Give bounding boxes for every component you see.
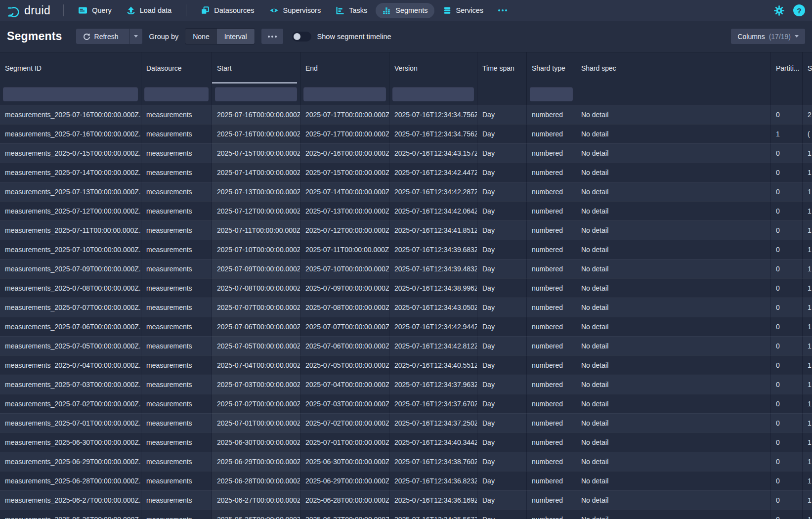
gear-icon[interactable] xyxy=(774,5,784,16)
cell-shard-type: numbered xyxy=(527,201,576,220)
columns-button[interactable]: Columns (17/19) xyxy=(731,29,805,44)
cell-segment-id: measurements_2025-07-16T00:00:00.000Z... xyxy=(0,105,141,124)
table-row[interactable]: measurements_2025-07-08T00:00:00.000Z...… xyxy=(0,278,812,298)
nav-item-datasources[interactable]: Datasources xyxy=(194,2,260,18)
cell-time-span: Day xyxy=(477,452,527,471)
more-options-button[interactable] xyxy=(261,29,283,44)
cell-version: 2025-07-16T12:34:43.050Z xyxy=(389,298,477,317)
cell-datasource: measurements xyxy=(141,163,212,182)
table-row[interactable]: measurements_2025-07-03T00:00:00.000Z...… xyxy=(0,375,812,394)
refresh-button[interactable]: Refresh xyxy=(76,29,125,44)
table-row[interactable]: measurements_2025-07-16T00:00:00.000Z...… xyxy=(0,105,812,124)
nav-item-load-data[interactable]: Load data xyxy=(120,2,178,18)
table-row[interactable]: measurements_2025-06-29T00:00:00.000Z...… xyxy=(0,452,812,471)
cell-time-span: Day xyxy=(477,220,527,240)
column-header-version[interactable]: Version xyxy=(389,52,477,84)
table-row[interactable]: measurements_2025-07-15T00:00:00.000Z...… xyxy=(0,143,812,163)
segment-timeline-toggle[interactable]: Show segment timeline xyxy=(292,32,391,42)
cell-start: 2025-07-01T00:00:00.000Z xyxy=(212,413,300,432)
filter-shard-type-input[interactable] xyxy=(530,87,573,101)
table-row[interactable]: measurements_2025-07-07T00:00:00.000Z...… xyxy=(0,298,812,317)
nav-item-query[interactable]: Query xyxy=(72,2,118,18)
cell-start: 2025-06-27T00:00:00.000Z xyxy=(212,490,300,510)
cell-version: 2025-07-16T12:34:41.851Z xyxy=(389,220,477,240)
segments-table-body: measurements_2025-07-16T00:00:00.000Z...… xyxy=(0,105,812,519)
column-header-segment-id[interactable]: Segment ID xyxy=(0,52,141,84)
column-header-shard-type[interactable]: Shard type xyxy=(527,52,576,84)
table-row[interactable]: measurements_2025-07-05T00:00:00.000Z...… xyxy=(0,336,812,355)
group-by-interval-button[interactable]: Interval xyxy=(217,29,255,44)
column-header-datasource[interactable]: Datasource xyxy=(141,52,212,84)
cell-partition: 0 xyxy=(771,143,803,163)
cell-end: 2025-07-11T00:00:00.000Z xyxy=(300,240,389,259)
nav-item-tasks[interactable]: Tasks xyxy=(329,3,374,18)
cell-version: 2025-07-16T12:34:38.760Z xyxy=(389,452,477,471)
table-row[interactable]: measurements_2025-06-26T00:00:00.000Z...… xyxy=(0,510,812,519)
table-row[interactable]: measurements_2025-07-02T00:00:00.000Z...… xyxy=(0,394,812,413)
filter-version-input[interactable] xyxy=(392,87,474,101)
druid-logo[interactable]: druid xyxy=(7,4,50,17)
filter-segment-id-input[interactable] xyxy=(3,87,138,101)
cell-start: 2025-07-16T00:00:00.000Z xyxy=(212,124,300,143)
nav-item-supervisors[interactable]: Supervisors xyxy=(263,3,328,18)
cell-shard-spec: No detail xyxy=(576,432,771,452)
table-row[interactable]: measurements_2025-07-13T00:00:00.000Z...… xyxy=(0,182,812,201)
filter-datasource-input[interactable] xyxy=(144,87,209,101)
column-header-end[interactable]: End xyxy=(300,52,389,84)
table-row[interactable]: measurements_2025-07-04T00:00:00.000Z...… xyxy=(0,355,812,375)
cell-end: 2025-07-16T00:00:00.000Z xyxy=(300,143,389,163)
cell-shard-spec: No detail xyxy=(576,452,771,471)
table-row[interactable]: measurements_2025-07-14T00:00:00.000Z...… xyxy=(0,163,812,182)
top-nav: druid Query Load data Datasources Superv… xyxy=(0,0,812,21)
table-row[interactable]: measurements_2025-06-30T00:00:00.000Z...… xyxy=(0,432,812,452)
table-row[interactable]: measurements_2025-06-27T00:00:00.000Z...… xyxy=(0,490,812,510)
column-header-start[interactable]: Start xyxy=(212,52,300,84)
cell-start: 2025-06-28T00:00:00.000Z xyxy=(212,471,300,490)
cell-shard-type: numbered xyxy=(527,182,576,201)
cell-shard-type: numbered xyxy=(527,510,576,519)
cell-shard-type: numbered xyxy=(527,490,576,510)
cell-start: 2025-07-13T00:00:00.000Z xyxy=(212,182,300,201)
nav-item-more[interactable] xyxy=(492,6,513,15)
cell-end: 2025-07-04T00:00:00.000Z xyxy=(300,375,389,394)
cell-end: 2025-07-15T00:00:00.000Z xyxy=(300,163,389,182)
table-row[interactable]: measurements_2025-07-16T00:00:00.000Z...… xyxy=(0,124,812,143)
cell-end: 2025-06-30T00:00:00.000Z xyxy=(300,452,389,471)
cell-version: 2025-07-16T12:34:40.551Z xyxy=(389,355,477,375)
gantt-icon xyxy=(336,6,344,15)
cell-segment-id: measurements_2025-06-27T00:00:00.000Z... xyxy=(0,490,141,510)
table-row[interactable]: measurements_2025-07-12T00:00:00.000Z...… xyxy=(0,201,812,220)
cell-partition: 0 xyxy=(771,452,803,471)
cell-datasource: measurements xyxy=(141,182,212,201)
refresh-dropdown-button[interactable] xyxy=(129,29,142,44)
table-row[interactable]: measurements_2025-06-28T00:00:00.000Z...… xyxy=(0,471,812,490)
cell-size: 1 xyxy=(803,182,812,201)
cell-partition: 0 xyxy=(771,375,803,394)
table-row[interactable]: measurements_2025-07-09T00:00:00.000Z...… xyxy=(0,259,812,278)
column-header-size[interactable]: S xyxy=(803,52,812,84)
help-icon[interactable]: ? xyxy=(793,4,805,16)
cell-partition: 0 xyxy=(771,471,803,490)
toggle-track[interactable] xyxy=(292,32,311,42)
nav-item-segments[interactable]: Segments xyxy=(376,3,434,18)
cell-start: 2025-07-10T00:00:00.000Z xyxy=(212,240,300,259)
cell-size: 1 xyxy=(803,510,812,519)
nav-item-services[interactable]: Services xyxy=(436,2,490,18)
cell-datasource: measurements xyxy=(141,201,212,220)
table-row[interactable]: measurements_2025-07-06T00:00:00.000Z...… xyxy=(0,317,812,336)
group-by-none-button[interactable]: None xyxy=(185,29,216,44)
cell-datasource: measurements xyxy=(141,105,212,124)
column-header-time-span[interactable]: Time span xyxy=(477,52,527,84)
column-header-shard-spec[interactable]: Shard spec xyxy=(576,52,771,84)
cell-size: 1 xyxy=(803,201,812,220)
column-header-partition[interactable]: Partiti... xyxy=(771,52,803,84)
table-row[interactable]: measurements_2025-07-01T00:00:00.000Z...… xyxy=(0,413,812,432)
cell-datasource: measurements xyxy=(141,143,212,163)
cell-shard-spec: No detail xyxy=(576,510,771,519)
table-row[interactable]: measurements_2025-07-11T00:00:00.000Z...… xyxy=(0,220,812,240)
filter-start-input[interactable] xyxy=(215,87,297,101)
filter-end-input[interactable] xyxy=(303,87,386,101)
cell-version: 2025-07-16T12:34:42.447Z xyxy=(389,163,477,182)
cell-partition: 0 xyxy=(771,336,803,355)
table-row[interactable]: measurements_2025-07-10T00:00:00.000Z...… xyxy=(0,240,812,259)
